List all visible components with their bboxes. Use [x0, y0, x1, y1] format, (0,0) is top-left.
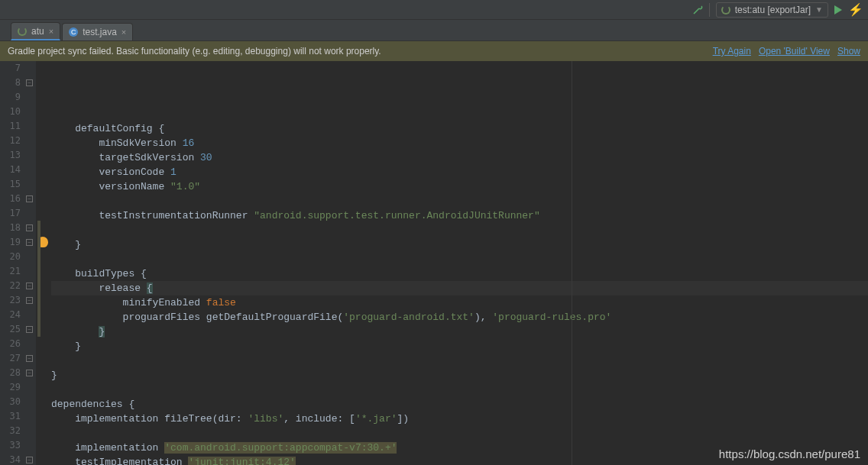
- line-number: 10: [0, 105, 21, 119]
- line-number: 7: [0, 61, 21, 76]
- fold-toggle-icon[interactable]: −: [26, 195, 33, 202]
- line-number: 34: [0, 453, 21, 465]
- line-number: 23: [0, 293, 21, 308]
- line-number: 8: [0, 76, 21, 90]
- run-icon[interactable]: [834, 5, 842, 15]
- code-line[interactable]: versionCode 1: [51, 165, 868, 179]
- gradle-icon: [18, 27, 27, 36]
- run-configuration-dropdown[interactable]: test:atu [exportJar] ▼: [716, 2, 828, 18]
- line-number: 16: [0, 192, 21, 206]
- code-line[interactable]: implementation fileTree(dir: 'libs', inc…: [51, 412, 868, 426]
- fold-toggle-icon[interactable]: −: [26, 79, 33, 86]
- code-line[interactable]: [51, 354, 868, 368]
- open-build-view-link[interactable]: Open 'Build' View: [759, 46, 830, 57]
- line-number: 15: [0, 177, 21, 192]
- fold-toggle-icon[interactable]: −: [26, 283, 33, 289]
- code-line[interactable]: }: [51, 325, 868, 339]
- line-number: 27: [0, 351, 21, 366]
- change-marker: [37, 221, 40, 337]
- show-link[interactable]: Show: [837, 46, 860, 57]
- tab-atu[interactable]: atu ×: [11, 22, 60, 40]
- chevron-down-icon: ▼: [815, 5, 823, 14]
- code-line[interactable]: targetSdkVersion 30: [51, 150, 868, 165]
- build-icon[interactable]: [692, 5, 703, 15]
- code-line[interactable]: }: [51, 237, 868, 252]
- code-line[interactable]: [51, 426, 868, 441]
- line-number: 33: [0, 438, 21, 453]
- tab-label: atu: [31, 26, 44, 37]
- line-number: 11: [0, 119, 21, 134]
- code-line[interactable]: minifyEnabled false: [51, 295, 868, 310]
- line-number: 22: [0, 279, 21, 293]
- fold-toggle-icon[interactable]: −: [26, 370, 33, 376]
- line-number: 17: [0, 206, 21, 221]
- line-number: 24: [0, 308, 21, 322]
- line-number: 19: [0, 235, 21, 250]
- code-line[interactable]: [51, 194, 868, 208]
- code-line[interactable]: dependencies {: [51, 397, 868, 412]
- line-number: 31: [0, 409, 21, 424]
- line-number: 26: [0, 337, 21, 351]
- line-number: 28: [0, 366, 21, 380]
- fold-toggle-icon[interactable]: −: [26, 224, 33, 231]
- line-number: 13: [0, 148, 21, 163]
- tab-label: test.java: [83, 27, 117, 37]
- line-number: 14: [0, 163, 21, 177]
- fold-toggle-icon[interactable]: −: [26, 355, 33, 362]
- banner-message: Gradle project sync failed. Basic functi…: [8, 46, 705, 57]
- code-line[interactable]: }: [51, 339, 868, 354]
- code-line[interactable]: minSdkVersion 16: [51, 136, 868, 150]
- code-line[interactable]: release {: [51, 281, 868, 295]
- code-line[interactable]: [51, 107, 868, 121]
- line-number: 18: [0, 221, 21, 235]
- try-again-link[interactable]: Try Again: [713, 46, 751, 57]
- code-line[interactable]: defaultConfig {: [51, 121, 868, 136]
- java-icon: C: [69, 27, 78, 37]
- attach-debugger-icon[interactable]: ⚡: [848, 2, 863, 17]
- sync-failed-banner: Gradle project sync failed. Basic functi…: [0, 41, 868, 61]
- fold-toggle-icon[interactable]: −: [26, 297, 33, 304]
- line-number: 32: [0, 424, 21, 438]
- code-area[interactable]: defaultConfig { minSdkVersion 16 targetS…: [51, 61, 868, 465]
- code-line[interactable]: buildTypes {: [51, 266, 868, 281]
- fold-column[interactable]: −−−−−−−−−−: [25, 61, 36, 465]
- line-number: 21: [0, 264, 21, 279]
- code-editor[interactable]: 7891011121314151617181920212223242526272…: [0, 61, 868, 465]
- tab-test-java[interactable]: C test.java ×: [62, 23, 133, 40]
- code-line[interactable]: proguardFiles getDefaultProguardFile('pr…: [51, 310, 868, 325]
- fold-toggle-icon[interactable]: −: [26, 326, 33, 333]
- line-number: 29: [0, 380, 21, 395]
- line-number-gutter: 7891011121314151617181920212223242526272…: [0, 61, 25, 465]
- run-config-label: test:atu [exportJar]: [735, 5, 811, 15]
- separator: [709, 3, 710, 17]
- main-toolbar: test:atu [exportJar] ▼ ⚡: [0, 0, 868, 20]
- gradle-icon: [721, 5, 730, 15]
- line-number: 25: [0, 322, 21, 337]
- close-icon[interactable]: ×: [121, 27, 126, 37]
- line-number: 9: [0, 90, 21, 105]
- line-number: 30: [0, 395, 21, 409]
- fold-toggle-icon[interactable]: −: [26, 457, 33, 463]
- fold-toggle-icon[interactable]: −: [26, 239, 33, 246]
- code-line[interactable]: [51, 383, 868, 397]
- watermark: https://blog.csdn.net/pure81: [719, 447, 860, 460]
- line-number: 20: [0, 250, 21, 264]
- code-line[interactable]: testInstrumentationRunner "android.suppo…: [51, 208, 868, 223]
- code-line[interactable]: [51, 223, 868, 237]
- line-number: 12: [0, 134, 21, 148]
- code-line[interactable]: }: [51, 368, 868, 383]
- code-line[interactable]: versionName "1.0": [51, 179, 868, 194]
- code-line[interactable]: [51, 252, 868, 266]
- close-icon[interactable]: ×: [49, 27, 53, 36]
- editor-tabs: atu × C test.java ×: [0, 20, 868, 41]
- right-margin-line: [572, 61, 572, 465]
